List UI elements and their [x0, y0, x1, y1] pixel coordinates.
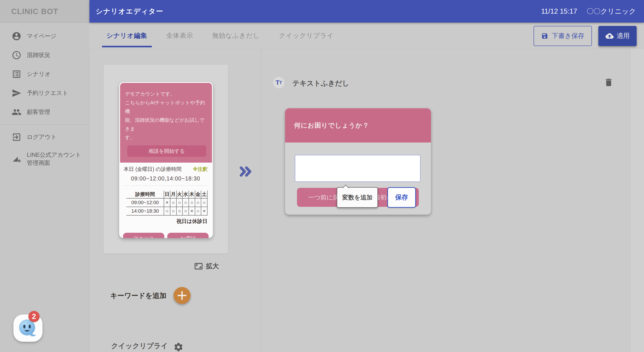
expand-label: 拡大 [206, 262, 219, 271]
bubble-text-input[interactable] [295, 155, 420, 182]
apply-label: 適用 [617, 31, 630, 40]
schedule-cell: ○ [170, 207, 176, 215]
send-icon [12, 88, 22, 98]
list-icon [12, 69, 22, 79]
today-hours-label: 本日 (金曜日) の診療時間 [124, 166, 182, 173]
expand-preview-button[interactable]: 拡大 [194, 262, 219, 271]
demo-message-text: デモアカウントです。 こちらからAIチャットボットや予約機 能、混雑状況の機能な… [125, 90, 208, 142]
schedule-cell: ○ [170, 198, 176, 207]
logout-icon [12, 132, 22, 142]
sidebar-item-logout[interactable]: ログアウト [0, 128, 90, 147]
clock-icon [12, 50, 22, 60]
schedule-cell: ○ [201, 198, 207, 207]
tab-overview[interactable]: 全体表示 [166, 22, 193, 49]
sidebar-item-label: マイページ [27, 32, 56, 40]
schedule-cell: ○ [176, 207, 183, 215]
chatbot-launcher[interactable]: 2 [14, 315, 42, 342]
sidebar-item-mypage[interactable]: マイページ [0, 26, 90, 46]
text-bubble-editor-card: 何にお困りでしょうか？ 一つ前に戻る 最初に戻る 変数を追加 保存 [285, 108, 431, 215]
brand-logo: CLINIC BOT [0, 0, 90, 23]
avatar-letter: T [276, 79, 280, 86]
schedule-header-cell: 月 [170, 190, 176, 198]
schedule-time-cell: 09:00~12:00 [126, 198, 164, 207]
tab-bar: シナリオ編集 全体表示 無効なふきだし クイックリプライ 下書き保存 適用 [90, 22, 644, 49]
schedule-row-afternoon: 14:00~18:30 ○ ○ ○ ○ × ○ × [126, 207, 207, 215]
schedule-header-cell: 診療時間 [126, 190, 164, 198]
schedule-header-cell: 日 [164, 190, 170, 198]
avatar-letter-small: T [279, 80, 282, 85]
quick-reply-settings-button[interactable] [173, 342, 184, 352]
schedule-row-morning: 09:00~12:00 × ○ ○ ○ ○ ○ ○ [126, 198, 207, 207]
holiday-note: 祝日は休診日 [124, 218, 208, 225]
schedule-header-cell: 金 [195, 190, 201, 198]
save-button[interactable]: 保存 [387, 187, 416, 208]
schedule-cell: × [164, 198, 170, 207]
collapse-panel-button[interactable] [239, 167, 253, 177]
person-icon [12, 31, 22, 41]
notification-badge: 2 [28, 311, 40, 322]
schedule-cell: × [201, 207, 207, 215]
tab-scenario-edit[interactable]: シナリオ編集 [106, 22, 147, 49]
schedule-header-cell: 土 [201, 190, 207, 198]
admin-settings-icon [12, 154, 22, 164]
cloud-upload-icon [606, 32, 614, 40]
double-chevron-right-icon [239, 167, 253, 177]
tab-disabled-bubbles[interactable]: 無効なふきだし [212, 22, 260, 49]
sidebar-item-reservation-request[interactable]: 予約リクエスト [0, 84, 90, 103]
sidebar-divider [0, 125, 90, 125]
save-icon [541, 32, 548, 39]
schedule-header-cell: 火 [176, 190, 183, 198]
schedule-cell: × [189, 207, 195, 215]
app-bar: シナリオエディター 11/12 15:17 〇〇クリニック [90, 0, 644, 22]
schedule-section: 本日 (金曜日) の診療時間 ※注釈 09:00~12:00,14:00~18:… [119, 163, 213, 225]
content-edge-divider [630, 49, 630, 352]
panel-divider [261, 49, 262, 352]
clinic-name: 〇〇クリニック [586, 7, 636, 16]
schedule-cell: ○ [189, 198, 195, 207]
sidebar-item-scenario[interactable]: シナリオ [0, 65, 90, 84]
sidebar-item-label: LINE公式アカウント 管理画面 [27, 151, 81, 167]
editor-header-title: テキストふきだし [292, 79, 349, 88]
text-bubble-type-icon: TT [273, 77, 285, 89]
start-consultation-button[interactable]: 相談を開始する [127, 145, 206, 157]
phone-preview-card: デモアカウントです。 こちらからAIチャットボットや予約機 能、混雑状況の機能な… [119, 82, 213, 238]
schedule-table: 診療時間 日 月 火 水 木 金 土 09:00~12:00 × ○ ○ ○ ○… [126, 190, 208, 215]
bubble-title: 何にお困りでしょうか？ [285, 108, 431, 143]
keyword-add-button[interactable] [174, 287, 190, 304]
right-scroll-area [630, 49, 644, 352]
delete-bubble-button[interactable] [604, 77, 614, 87]
sidebar-item-congestion[interactable]: 混雑状況 [0, 46, 90, 65]
people-icon [12, 107, 22, 117]
trash-icon [604, 77, 614, 87]
add-variable-button[interactable]: 変数を追加 [337, 187, 378, 208]
annotation-link[interactable]: ※注釈 [193, 166, 208, 173]
demo-message-card: デモアカウントです。 こちらからAIチャットボットや予約機 能、混雑状況の機能な… [120, 83, 212, 163]
sidebar: CLINIC BOT マイページ 混雑状況 シナリオ 予約リクエスト 顧客管理 … [0, 0, 90, 352]
quick-reply-label: クイックリプライ [111, 341, 168, 351]
today-hours-value: 09:00~12:00,14:00~18:30 [124, 175, 208, 182]
sidebar-item-label: ログアウト [27, 133, 56, 141]
current-datetime: 11/12 15:17 [541, 7, 577, 15]
sidebar-item-customers[interactable]: 顧客管理 [0, 103, 90, 122]
page-title: シナリオエディター [96, 7, 164, 16]
sidebar-item-label: 顧客管理 [27, 108, 50, 116]
plus-icon [181, 291, 183, 300]
sidebar-item-line-admin[interactable]: LINE公式アカウント 管理画面 [0, 147, 90, 171]
popup-arrow [342, 185, 349, 191]
draft-save-button[interactable]: 下書き保存 [534, 26, 592, 46]
access-button[interactable]: アクセス [123, 233, 164, 238]
apply-button[interactable]: 適用 [598, 26, 636, 46]
schedule-cell: ○ [164, 207, 170, 215]
sidebar-item-label: シナリオ [27, 70, 50, 78]
schedule-cell: ○ [195, 207, 201, 215]
schedule-header-cell: 木 [189, 190, 195, 198]
tab-quick-reply[interactable]: クイックリプライ [279, 22, 334, 49]
sidebar-item-label: 予約リクエスト [27, 89, 68, 97]
phone-call-button[interactable]: お電話 [167, 233, 209, 238]
schedule-cell: ○ [182, 207, 189, 215]
gear-icon [173, 342, 184, 352]
add-variable-label: 変数を追加 [342, 193, 372, 201]
keyword-add-label: キーワードを追加 [110, 291, 166, 300]
schedule-cell: ○ [195, 198, 201, 207]
schedule-time-cell: 14:00~18:30 [126, 207, 164, 215]
